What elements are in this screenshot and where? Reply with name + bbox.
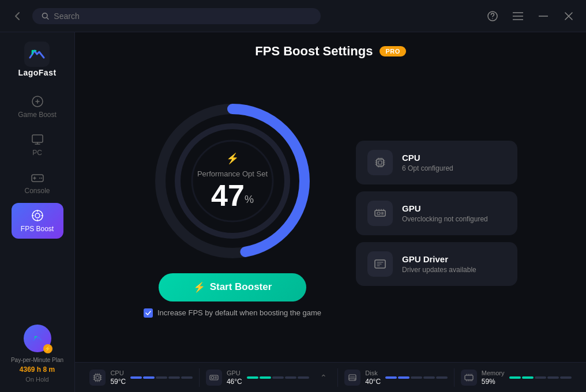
cpu-subtitle: 6 Opt configured xyxy=(402,164,453,172)
status-cpu-info: CPU 59°C xyxy=(110,370,126,386)
bottom-controls: ⚡ Start Booster Increase FPS by default … xyxy=(144,273,321,327)
status-disk-value: 40°C xyxy=(365,378,381,386)
sidebar-item-fps-boost[interactable]: FPS Boost xyxy=(12,203,63,239)
sidebar-item-console[interactable]: Console xyxy=(12,165,63,201)
plan-label: Pay-per-Minute Plan xyxy=(11,357,63,363)
status-cpu-label: CPU xyxy=(110,370,126,376)
cpu-icon xyxy=(374,156,386,169)
fps-checkbox[interactable] xyxy=(144,308,153,318)
status-chevron[interactable]: ⌃ xyxy=(320,373,327,382)
gauge-value: 47 xyxy=(211,180,245,210)
status-cpu: CPU 59°C xyxy=(89,370,193,386)
boost-label: Start Booster xyxy=(210,281,272,293)
status-memory-value: 59% xyxy=(482,378,505,386)
avatar-area[interactable]: ⚡ Pay-per-Minute Plan 4369 h 8 m On Hold xyxy=(11,325,63,383)
page-title: FPS Boost Settings xyxy=(255,44,373,59)
plan-time: 4369 h 8 m xyxy=(20,365,55,374)
svg-rect-20 xyxy=(96,376,99,379)
status-divider-2 xyxy=(337,368,338,387)
checkbox-row: Increase FPS by default when boosting th… xyxy=(144,308,321,318)
status-memory-icon-wrap xyxy=(461,370,477,386)
cpu-icon-wrap xyxy=(367,150,393,175)
status-gpu-icon xyxy=(209,373,219,382)
sidebar-bottom: ⚡ Pay-per-Minute Plan 4369 h 8 m On Hold xyxy=(11,315,63,383)
svg-rect-15 xyxy=(378,161,382,164)
page-title-bar: FPS Boost Settings PRO xyxy=(75,32,586,65)
sidebar-nav: Game Boost PC Console xyxy=(0,89,74,315)
main-layout: LagoFast Game Boost PC xyxy=(0,32,586,392)
right-panel: CPU 6 Opt configured xyxy=(356,141,517,286)
boost-icon: ⚡ xyxy=(193,281,205,293)
status-disk-bars xyxy=(385,376,448,379)
status-gpu-bars xyxy=(247,376,309,379)
status-disk: Disk 40°C xyxy=(344,370,448,386)
status-gpu-label: GPU xyxy=(227,370,242,376)
status-gpu: GPU 46°C xyxy=(206,370,309,386)
gpu-driver-card-info: GPU Driver Driver updates available xyxy=(402,254,476,274)
status-disk-info: Disk 40°C xyxy=(365,370,381,386)
search-bar[interactable] xyxy=(32,8,321,24)
svg-point-6 xyxy=(39,178,40,179)
status-bar: CPU 59°C xyxy=(75,362,586,392)
cpu-card-info: CPU 6 Opt configured xyxy=(402,153,453,172)
sidebar-item-pc[interactable]: PC xyxy=(12,127,63,163)
close-button[interactable] xyxy=(561,8,577,24)
status-memory-bars xyxy=(509,376,572,379)
svg-point-9 xyxy=(35,213,40,218)
avatar-badge: ⚡ xyxy=(43,344,52,353)
logo-text: LagoFast xyxy=(18,68,56,77)
status-disk-icon-wrap xyxy=(344,370,360,386)
svg-rect-17 xyxy=(377,212,380,214)
gauge-wrapper: ⚡ Performance Opt Set 47 % xyxy=(152,100,313,262)
pc-icon xyxy=(31,133,44,146)
gauge-container: ⚡ Performance Opt Set 47 % ⚡ Start Boost… xyxy=(144,100,321,327)
status-memory-label: Memory xyxy=(482,370,505,376)
sidebar-label-fps-boost: FPS Boost xyxy=(21,225,54,233)
plan-hold: On Hold xyxy=(25,376,48,383)
svg-rect-4 xyxy=(32,135,43,142)
logo-icon xyxy=(24,42,50,67)
svg-point-24 xyxy=(354,379,355,380)
status-memory: Memory 59% xyxy=(461,370,572,386)
sidebar-label-pc: PC xyxy=(32,149,42,157)
start-booster-button[interactable]: ⚡ Start Booster xyxy=(159,273,307,301)
gauge-label: Performance Opt Set xyxy=(197,169,268,178)
gpu-driver-icon-wrap xyxy=(367,251,393,277)
svg-rect-22 xyxy=(211,376,213,379)
menu-button[interactable] xyxy=(510,8,526,24)
sidebar-item-game-boost[interactable]: Game Boost xyxy=(12,89,63,125)
console-icon xyxy=(31,171,44,184)
status-gpu-info: GPU 46°C xyxy=(227,370,242,386)
fps-checkbox-label: Increase FPS by default when boosting th… xyxy=(157,308,321,317)
logo-area: LagoFast xyxy=(18,42,56,77)
gauge-unit: % xyxy=(245,193,254,205)
status-disk-icon xyxy=(348,373,357,382)
gpu-icon xyxy=(374,207,386,220)
svg-rect-14 xyxy=(377,159,384,166)
status-cpu-bars xyxy=(130,376,193,379)
gpu-icon-wrap xyxy=(367,201,393,226)
status-gpu-icon-wrap xyxy=(206,370,222,386)
cpu-title: CPU xyxy=(402,153,453,163)
sidebar-label-game-boost: Game Boost xyxy=(18,111,57,119)
titlebar xyxy=(0,0,586,32)
cpu-card[interactable]: CPU 6 Opt configured xyxy=(356,141,517,184)
minimize-button[interactable] xyxy=(535,8,551,24)
status-divider-1 xyxy=(199,368,200,387)
fps-boost-icon xyxy=(31,209,44,223)
pro-badge: PRO xyxy=(380,46,405,56)
status-cpu-value: 59°C xyxy=(110,378,126,386)
support-button[interactable] xyxy=(484,8,501,24)
search-input[interactable] xyxy=(54,12,311,21)
svg-rect-19 xyxy=(95,375,100,380)
gpu-driver-card[interactable]: GPU Driver Driver updates available xyxy=(356,242,517,286)
search-icon xyxy=(42,12,49,20)
status-cpu-icon-wrap xyxy=(89,370,106,386)
gauge-inner: ⚡ Performance Opt Set 47 % xyxy=(197,152,268,210)
gpu-driver-icon xyxy=(374,258,386,270)
back-button[interactable] xyxy=(9,8,25,24)
content-area: FPS Boost Settings PRO xyxy=(75,32,586,392)
sidebar: LagoFast Game Boost PC xyxy=(0,32,75,392)
gpu-card[interactable]: GPU Overclocking not configured xyxy=(356,191,517,235)
gpu-title: GPU xyxy=(402,203,488,213)
